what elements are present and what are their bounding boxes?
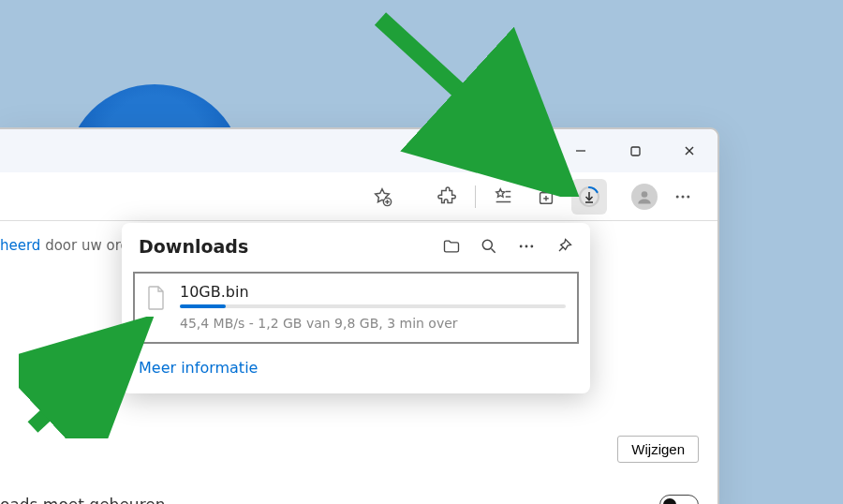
svg-point-20 <box>482 240 492 249</box>
file-icon <box>146 285 167 311</box>
toggle-knob <box>663 498 676 504</box>
search-downloads-button[interactable] <box>480 237 498 256</box>
svg-point-19 <box>687 195 689 198</box>
download-stats: 45,4 MB/s - 1,2 GB van 9,8 GB, 3 min ove… <box>180 316 566 331</box>
pin-panel-button[interactable] <box>555 237 573 256</box>
download-filename: 10GB.bin <box>180 283 566 301</box>
maximize-button[interactable] <box>616 135 654 167</box>
managed-link-fragment[interactable]: heerd <box>0 237 40 254</box>
downloads-toggle[interactable] <box>659 495 699 504</box>
svg-point-23 <box>525 245 528 248</box>
minimize-button[interactable] <box>562 135 599 167</box>
downloads-more-button[interactable] <box>517 237 536 256</box>
extensions-icon[interactable] <box>430 179 466 215</box>
svg-point-16 <box>642 191 648 198</box>
svg-point-24 <box>530 245 533 248</box>
open-folder-button[interactable] <box>442 237 461 256</box>
svg-point-17 <box>676 195 679 198</box>
svg-line-21 <box>492 249 495 253</box>
downloads-button[interactable] <box>571 179 607 215</box>
svg-point-18 <box>682 195 685 198</box>
profile-avatar[interactable] <box>631 184 658 210</box>
toggle-label: oads moet gebeuren <box>0 496 165 504</box>
add-favorite-icon[interactable] <box>364 179 400 215</box>
download-list-item[interactable]: 10GB.bin 45,4 MB/s - 1,2 GB van 9,8 GB, … <box>133 272 579 344</box>
more-info-link[interactable]: Meer informatie <box>122 349 590 380</box>
change-button[interactable]: Wijzigen <box>617 436 699 463</box>
collections-icon[interactable] <box>528 179 564 215</box>
window-titlebar <box>0 129 717 172</box>
close-button[interactable] <box>671 135 708 167</box>
downloads-panel: Downloads 10GB.bin <box>122 223 590 393</box>
more-menu-button[interactable] <box>665 179 701 215</box>
download-progress-fill <box>180 304 226 308</box>
download-progress-bar <box>180 304 566 308</box>
favorites-list-icon[interactable] <box>485 179 521 215</box>
toolbar-separator <box>475 185 476 208</box>
svg-rect-1 <box>631 147 640 156</box>
svg-point-22 <box>520 245 523 248</box>
browser-toolbar <box>0 172 717 221</box>
downloads-panel-title: Downloads <box>139 236 248 257</box>
